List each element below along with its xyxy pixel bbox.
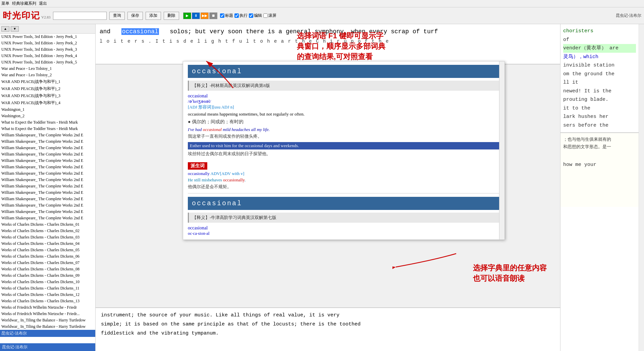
play-button[interactable]: ▶ bbox=[183, 12, 191, 19]
sidebar-item[interactable]: William Shakespeare_ The Complete Works … bbox=[0, 170, 95, 177]
search-button[interactable]: 查询 bbox=[109, 12, 125, 20]
sidebar-down-btn[interactable]: ▼ bbox=[11, 26, 19, 32]
bottom-line2: simple; it is based on the same principl… bbox=[101, 320, 555, 329]
dict-word-header: occasional bbox=[188, 65, 500, 78]
label-checkbox-input[interactable] bbox=[220, 13, 224, 18]
sidebar-item[interactable]: WAR AND PEACE(战争与和平)_1 bbox=[0, 78, 95, 85]
add-button[interactable]: 添加 bbox=[146, 12, 161, 20]
sidebar-item[interactable]: UNIX Power Tools, 3rd Edition - Jerry Pe… bbox=[0, 34, 95, 40]
sidebar-item[interactable]: WAR AND PEACE(战争与和平)_2 bbox=[0, 85, 95, 92]
sidebar-item[interactable]: William Shakespeare_ The Complete Works … bbox=[0, 145, 95, 151]
sidebar-item[interactable]: William Shakespeare_ The Complete Works … bbox=[0, 138, 95, 145]
sidebar-item[interactable]: William Shakespeare_ The Complete Works … bbox=[0, 164, 95, 170]
right-panel: choristers ofvender（黄衣草） are灵鸟），whichinv… bbox=[560, 24, 644, 351]
menu-item-series[interactable]: 经典珍藏系列 bbox=[12, 1, 36, 6]
right-top-line: newed! It is the bbox=[563, 87, 636, 96]
dict-example1-zh: 我这辈子一直有间或发作的轻微头疼。 bbox=[188, 133, 500, 139]
sidebar-item[interactable]: William Shakespeare_ The Complete Works … bbox=[0, 189, 95, 196]
sidebar-item[interactable]: War and Peace - Leo Tolstoy_1 bbox=[0, 65, 95, 72]
sidebar-item[interactable]: William Shakespeare_ The Complete Works … bbox=[0, 177, 95, 183]
exec-checkbox[interactable]: 执行 bbox=[234, 13, 248, 18]
deriv-ex-after: . bbox=[245, 177, 246, 182]
scroll-checkbox[interactable]: 滚屏 bbox=[263, 13, 276, 18]
sidebar-item[interactable]: Works of Charles Dickens - Charles Dicke… bbox=[0, 279, 95, 285]
sidebar-item[interactable]: William Shakespeare_ The Complete Works … bbox=[0, 183, 95, 189]
annotation2-line1: 选择字典里的任意内容 bbox=[473, 263, 547, 273]
delete-button[interactable]: 删除 bbox=[164, 12, 179, 20]
sidebar-footer[interactable]: 昆虫记-法布尔 bbox=[0, 343, 95, 351]
sidebar-item[interactable]: Works of Charles Dickens - Charles Dicke… bbox=[0, 285, 95, 292]
scroll-checkbox-input[interactable] bbox=[263, 13, 268, 18]
sidebar-item[interactable]: War and Peace - Leo Tolstoy_2 bbox=[0, 72, 95, 78]
menu-item-menu[interactable]: 菜单 bbox=[1, 1, 9, 6]
text-after-highlight: solos; but very soon there is a general … bbox=[170, 28, 438, 35]
stop-button[interactable]: ▶▶ bbox=[201, 12, 209, 19]
right-top-line: ll it bbox=[563, 78, 636, 87]
sidebar-item[interactable]: William Shakespeare_ The Complete Works … bbox=[0, 196, 95, 202]
record-button[interactable]: ⏹ bbox=[209, 12, 217, 19]
sidebar-item[interactable]: William Shakespeare_ The Complete Works … bbox=[0, 151, 95, 158]
dict-deriv-label: 派生词 bbox=[188, 162, 207, 170]
right-content: choristers ofvender（黄衣草） are灵鸟），whichinv… bbox=[560, 24, 639, 351]
sidebar-item[interactable]: Worldwar_ In_Tiling the Balance - Harry … bbox=[0, 317, 95, 323]
menu-item-exit[interactable]: 退出 bbox=[39, 1, 47, 6]
sidebar-item[interactable]: WAR AND PEACE(战争与和平)_3 bbox=[0, 92, 95, 99]
sidebar-item[interactable]: Worldwar_ In_Tiling the Balance - Harry … bbox=[0, 323, 95, 330]
edit-checkbox[interactable]: 编辑 bbox=[249, 13, 262, 18]
sidebar-item[interactable]: Works of Charles Dickens - Charles Dicke… bbox=[0, 253, 95, 260]
sidebar-item[interactable]: What to Expect the Toddler Years - Heidi… bbox=[0, 119, 95, 126]
ex1-word: occasional bbox=[203, 127, 222, 132]
sidebar-item[interactable]: Works of Charles Dickens - Charles Dicke… bbox=[0, 260, 95, 266]
sidebar-item[interactable]: Works of Charles Dickens - Charles Dicke… bbox=[0, 298, 95, 304]
dict-example1-en[interactable]: I've had occasional mild headaches all m… bbox=[188, 127, 500, 132]
sidebar-item[interactable]: Works of Charles Dickens - Charles Dicke… bbox=[0, 266, 95, 272]
sidebar-item[interactable]: UNIX Power Tools, 3rd Edition - Jerry Pe… bbox=[0, 40, 95, 46]
sidebar-item[interactable]: Works of Friedrich Wilhelm Nietzsche - F… bbox=[0, 304, 95, 311]
sidebar-up-btn[interactable]: ▲ bbox=[1, 26, 9, 32]
sidebar-item[interactable]: 昆虫记-法布尔 bbox=[0, 330, 95, 337]
sidebar-item[interactable]: Works of Charles Dickens - Charles Dicke… bbox=[0, 292, 95, 298]
dict-deriv-example-en[interactable]: He still misbehaves occasionally. bbox=[188, 177, 500, 183]
highlighted-word: occasional bbox=[121, 28, 159, 35]
sidebar-item[interactable]: WAR AND PEACE(战争与和平)_4 bbox=[0, 99, 95, 106]
sidebar-item[interactable]: Works of Friedrich Wilhelm Nietzsche - F… bbox=[0, 311, 95, 317]
label-checkbox[interactable]: 标题 bbox=[220, 13, 233, 18]
exec-checkbox-input[interactable] bbox=[234, 13, 239, 18]
dict-example2-highlighted[interactable]: Esther used to visit him for the occasio… bbox=[188, 142, 500, 149]
dict-scrollbar[interactable] bbox=[499, 61, 504, 239]
edit-checkbox-input[interactable] bbox=[249, 13, 253, 18]
app-title: 时光印记 bbox=[3, 10, 40, 20]
right-top: choristers ofvender（黄衣草） are灵鸟），whichinv… bbox=[560, 24, 639, 133]
right-top-line: om the ground the bbox=[563, 70, 636, 79]
reader-top-line1: and occasional solos; but very soon ther… bbox=[100, 27, 556, 37]
search-input[interactable] bbox=[53, 12, 107, 20]
sidebar-item[interactable]: William Shakespeare_ The Complete Works … bbox=[0, 209, 95, 215]
sidebar-item[interactable]: William Shakespeare_ The Complete Works … bbox=[0, 215, 95, 221]
sidebar-item[interactable]: Washington_1 bbox=[0, 106, 95, 113]
sidebar-item[interactable]: Works of Charles Dickens - Charles Dicke… bbox=[0, 272, 95, 279]
dict-popup[interactable]: occasional 【释义】-柯林斯高阶英汉双解词典第8版 occasiona… bbox=[183, 61, 505, 240]
annotation2-line2: 也可以语音朗读 bbox=[473, 273, 547, 284]
sidebar-item[interactable]: Works of Charles Dickens - Charles Dicke… bbox=[0, 234, 95, 240]
bottom-reader: instrument; the source of your music. Li… bbox=[96, 307, 560, 351]
dict-word-blue2: occasional bbox=[188, 225, 500, 231]
sidebar-item[interactable]: Washington_2 bbox=[0, 113, 95, 119]
sidebar-item[interactable]: UNIX Power Tools, 3rd Edition - Jerry Pe… bbox=[0, 46, 95, 53]
sidebar: ▲ ▼ UNIX Power Tools, 3rd Edition - Jerr… bbox=[0, 24, 96, 351]
sidebar-item[interactable]: William Shakespeare_ The Complete Works … bbox=[0, 132, 95, 138]
sidebar-item[interactable]: Works of Charles Dickens - Charles Dicke… bbox=[0, 240, 95, 247]
sidebar-item[interactable]: What to Expect the Toddler Years - Heidi… bbox=[0, 126, 95, 132]
sidebar-item[interactable]: UNIX Power Tools, 3rd Edition - Jerry Pe… bbox=[0, 59, 95, 65]
pause-button[interactable]: ⏸ bbox=[192, 12, 200, 19]
sidebar-item[interactable]: UNIX Power Tools, 3rd Edition - Jerry Pe… bbox=[0, 53, 95, 59]
right-vscroll[interactable] bbox=[639, 24, 644, 351]
sidebar-item[interactable]: Works of Charles Dickens - Charles Dicke… bbox=[0, 228, 95, 234]
sidebar-item[interactable]: William Shakespeare_ The Complete Works … bbox=[0, 158, 95, 164]
dict-phonetic2: oc·ca·sion·al bbox=[188, 231, 500, 236]
save-button[interactable]: 保存 bbox=[127, 12, 143, 20]
sidebar-item[interactable]: Works of Charles Dickens - Charles Dicke… bbox=[0, 221, 95, 228]
sidebar-item[interactable]: Works of Charles Dickens - Charles Dicke… bbox=[0, 247, 95, 253]
sidebar-item[interactable]: William Shakespeare_ The Complete Works … bbox=[0, 202, 95, 209]
dict-divider bbox=[188, 193, 500, 193]
dict-source1: 【释义】-柯林斯高阶英汉双解词典第8版 bbox=[188, 81, 500, 91]
